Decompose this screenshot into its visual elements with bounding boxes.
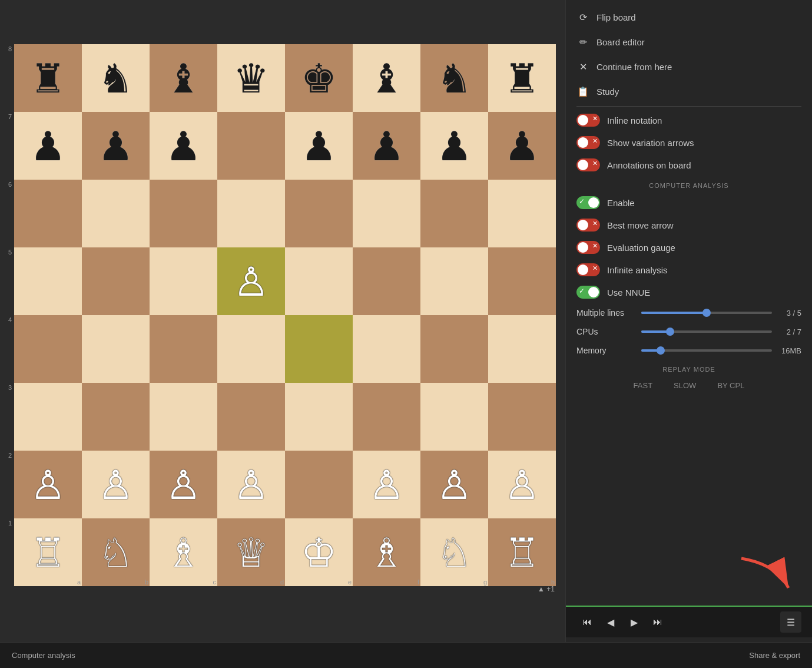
square-b4[interactable] — [82, 315, 150, 383]
square-e1[interactable]: ♔ — [285, 518, 353, 586]
square-h2[interactable]: ♙ — [488, 451, 556, 518]
piece-black-f7: ♟ — [369, 126, 405, 166]
square-b6[interactable] — [82, 180, 150, 247]
square-c2[interactable]: ♙ — [150, 451, 217, 518]
square-a8[interactable]: ♜ — [14, 44, 82, 112]
file-label-c: c — [150, 578, 217, 586]
square-h4[interactable] — [488, 315, 556, 383]
square-a5[interactable] — [14, 247, 82, 315]
inline-notation-toggle[interactable] — [576, 114, 600, 127]
piece-black-g7: ♟ — [436, 126, 472, 166]
square-b2[interactable]: ♙ — [82, 451, 150, 518]
square-a1[interactable]: ♖ — [14, 518, 82, 586]
board-editor-button[interactable]: ✏ Board editor — [566, 29, 812, 54]
multiple-lines-slider[interactable] — [641, 312, 772, 314]
chess-board[interactable]: ♜♞♝♛♚♝♞♜♟♟♟♟♟♟♟♙♙♙♙♙♙♙♙♖♘♗♕♔♗♘♖ — [14, 44, 556, 586]
square-b3[interactable] — [82, 383, 150, 451]
square-d3[interactable] — [217, 383, 285, 451]
square-e6[interactable] — [285, 180, 353, 247]
square-a4[interactable] — [14, 315, 82, 383]
square-h1[interactable]: ♖ — [488, 518, 556, 586]
evaluation-gauge-toggle[interactable] — [576, 241, 600, 254]
square-g3[interactable] — [420, 383, 488, 451]
square-e7[interactable]: ♟ — [285, 112, 353, 180]
square-e2[interactable] — [285, 451, 353, 518]
square-c7[interactable]: ♟ — [150, 112, 217, 180]
square-b7[interactable]: ♟ — [82, 112, 150, 180]
square-f1[interactable]: ♗ — [353, 518, 420, 586]
square-b1[interactable]: ♘ — [82, 518, 150, 586]
square-c3[interactable] — [150, 383, 217, 451]
share-export-link[interactable]: Share & export — [749, 651, 800, 660]
square-a2[interactable]: ♙ — [14, 451, 82, 518]
square-e8[interactable]: ♚ — [285, 44, 353, 112]
annotations-on-board-toggle[interactable] — [576, 158, 600, 171]
square-g4[interactable] — [420, 315, 488, 383]
square-g2[interactable]: ♙ — [420, 451, 488, 518]
use-nnue-toggle[interactable] — [576, 286, 600, 299]
replay-slow-button[interactable]: SLOW — [669, 379, 701, 392]
first-move-button[interactable]: ⏮ — [576, 611, 598, 633]
square-c5[interactable] — [150, 247, 217, 315]
square-d1[interactable]: ♕ — [217, 518, 285, 586]
square-e5[interactable] — [285, 247, 353, 315]
plus-one-badge: ▲ +1 — [538, 585, 555, 593]
replay-fast-button[interactable]: FAST — [629, 379, 658, 392]
infinite-analysis-toggle[interactable] — [576, 263, 600, 276]
arrow-area — [566, 399, 812, 606]
square-d2[interactable]: ♙ — [217, 451, 285, 518]
square-g7[interactable]: ♟ — [420, 112, 488, 180]
square-c8[interactable]: ♝ — [150, 44, 217, 112]
square-h8[interactable]: ♜ — [488, 44, 556, 112]
square-b8[interactable]: ♞ — [82, 44, 150, 112]
square-f6[interactable] — [353, 180, 420, 247]
square-c4[interactable] — [150, 315, 217, 383]
square-b5[interactable] — [82, 247, 150, 315]
square-d5[interactable]: ♙ — [217, 247, 285, 315]
last-move-button[interactable]: ⏭ — [647, 611, 668, 633]
square-c6[interactable] — [150, 180, 217, 247]
replay-by-cpl-button[interactable]: BY CPL — [712, 379, 749, 392]
square-a3[interactable] — [14, 383, 82, 451]
square-f7[interactable]: ♟ — [353, 112, 420, 180]
square-e3[interactable] — [285, 383, 353, 451]
square-f3[interactable] — [353, 383, 420, 451]
square-c1[interactable]: ♗ — [150, 518, 217, 586]
square-f2[interactable]: ♙ — [353, 451, 420, 518]
continue-from-here-button[interactable]: ✕ Continue from here — [566, 54, 812, 79]
menu-button[interactable]: ☰ — [780, 611, 801, 633]
prev-move-button[interactable]: ◀ — [600, 611, 621, 633]
square-d7[interactable] — [217, 112, 285, 180]
square-a7[interactable]: ♟ — [14, 112, 82, 180]
square-g8[interactable]: ♞ — [420, 44, 488, 112]
square-f5[interactable] — [353, 247, 420, 315]
study-button[interactable]: 📋 Study — [566, 79, 812, 104]
show-variation-arrows-toggle[interactable] — [576, 136, 600, 149]
square-a6[interactable] — [14, 180, 82, 247]
next-move-button[interactable]: ▶ — [624, 611, 645, 633]
square-g5[interactable] — [420, 247, 488, 315]
square-d4[interactable] — [217, 315, 285, 383]
square-g6[interactable] — [420, 180, 488, 247]
square-h5[interactable] — [488, 247, 556, 315]
square-h3[interactable] — [488, 383, 556, 451]
square-d6[interactable] — [217, 180, 285, 247]
enable-toggle[interactable] — [576, 196, 600, 209]
square-h6[interactable] — [488, 180, 556, 247]
piece-white-e1: ♔ — [301, 533, 337, 573]
computer-analysis-link[interactable]: Computer analysis — [12, 651, 75, 660]
piece-white-d2: ♙ — [233, 465, 269, 505]
square-d8[interactable]: ♛ — [217, 44, 285, 112]
best-move-arrow-toggle[interactable] — [576, 219, 600, 232]
piece-black-d8: ♛ — [233, 58, 269, 98]
square-h7[interactable]: ♟ — [488, 112, 556, 180]
square-g1[interactable]: ♘ — [420, 518, 488, 586]
replay-mode-header: REPLAY MODE — [566, 360, 812, 375]
square-e4[interactable] — [285, 315, 353, 383]
file-label-f: f — [353, 578, 420, 586]
square-f4[interactable] — [353, 315, 420, 383]
cpus-slider[interactable] — [641, 330, 772, 333]
memory-slider[interactable] — [641, 349, 772, 352]
square-f8[interactable]: ♝ — [353, 44, 420, 112]
flip-board-button[interactable]: ⟳ Flip board — [566, 5, 812, 29]
